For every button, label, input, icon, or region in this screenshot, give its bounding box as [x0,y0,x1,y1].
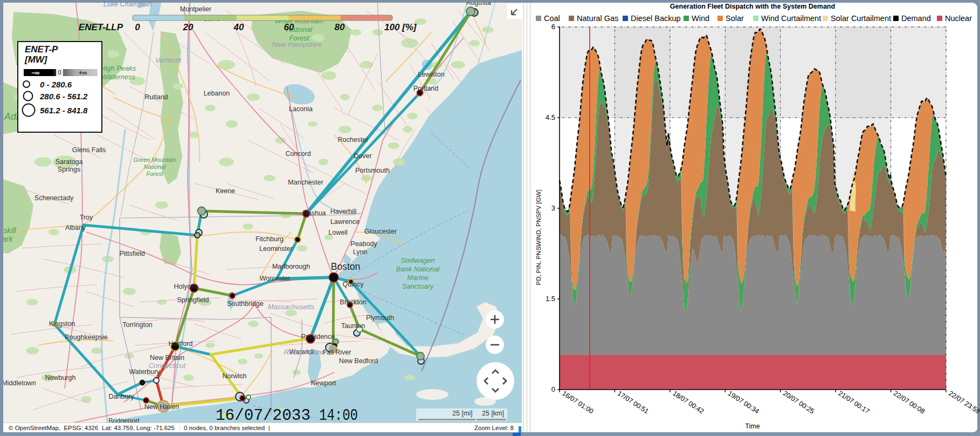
svg-text:22/07 00:08: 22/07 00:08 [892,390,926,415]
svg-text:Portland: Portland [413,85,439,92]
svg-text:4.5: 4.5 [546,113,555,121]
svg-text:16/07 01:00: 16/07 01:00 [561,390,595,415]
svg-text:Poughkeepsie: Poughkeepsie [65,333,107,341]
svg-text:Marlborough: Marlborough [272,263,310,270]
svg-text:Brockton: Brockton [340,298,366,306]
svg-text:Pittsfield: Pittsfield [119,250,144,257]
svg-text:Demand: Demand [901,14,931,23]
svg-text:3: 3 [551,204,555,212]
svg-text:PD, PIN, PNSWIND, PNSPV [GW]: PD, PIN, PNSWIND, PNSPV [GW] [535,190,542,285]
svg-text:Green Mountain: Green Mountain [134,156,176,163]
svg-text:Leominster: Leominster [259,245,293,253]
svg-text:Augusta: Augusta [466,3,491,6]
svg-text:Generation Fleet Dispatch with: Generation Fleet Dispatch with the Syste… [670,3,835,10]
svg-text:14:00: 14:00 [319,407,358,423]
svg-text:Laconia: Laconia [289,105,313,113]
svg-text:Providence: Providence [301,333,335,340]
svg-text:0: 0 [135,22,140,32]
svg-text:High Peaks: High Peaks [100,64,136,72]
svg-text:Manchester: Manchester [288,179,323,186]
svg-text:Lewiston: Lewiston [418,71,444,78]
svg-text:Stellwagen: Stellwagen [401,256,435,264]
svg-text:National: National [144,164,166,170]
svg-text:Dover: Dover [354,152,371,160]
svg-text:Springfield: Springfield [177,296,209,304]
svg-text:Sanctuary: Sanctuary [402,282,434,290]
svg-text:Kingston: Kingston [49,320,75,328]
svg-text:Marine: Marine [407,274,429,282]
svg-text:Peabody: Peabody [350,240,377,248]
svg-text:Worcester: Worcester [260,275,291,282]
svg-text:Gloucester: Gloucester [364,228,397,235]
svg-text:Wind: Wind [692,14,709,23]
svg-text:Springs: Springs [58,166,80,173]
svg-text:17/07 00:51: 17/07 00:51 [616,390,650,415]
svg-text:Lebanon: Lebanon [204,90,230,97]
svg-text:6: 6 [551,23,555,31]
svg-text:Lynn: Lynn [353,248,368,256]
svg-text:skill: skill [3,226,16,235]
svg-text:Luke Champlain: Luke Champlain [103,3,152,8]
svg-text:New Hampshire: New Hampshire [272,40,322,49]
svg-text:18/07 00:42: 18/07 00:42 [671,390,705,415]
svg-text:Montpelier: Montpelier [180,5,211,13]
svg-text:22/07 23:59: 22/07 23:59 [947,390,980,415]
svg-text:Quincy: Quincy [343,281,364,288]
svg-text:Schenectady: Schenectady [34,194,74,202]
svg-text:80: 80 [335,22,345,32]
svg-text:Boston: Boston [331,261,360,272]
svg-text:Saratoga: Saratoga [56,158,83,166]
svg-text:Rutland: Rutland [144,93,168,101]
svg-text:16/07/2033: 16/07/2033 [216,407,310,423]
svg-text:100 [%]: 100 [%] [384,22,417,32]
svg-text:Nashua: Nashua [302,209,326,217]
svg-text:Torrington: Torrington [122,321,153,329]
svg-text:Fitchburg: Fitchburg [256,235,284,243]
svg-text:Albany: Albany [65,224,86,231]
svg-text:Vermont: Vermont [155,56,182,64]
svg-text:Danbury: Danbury [108,393,134,400]
svg-text:1.5: 1.5 [546,295,555,303]
svg-text:Concord: Concord [285,150,310,158]
svg-text:Solar: Solar [726,14,744,23]
svg-text:Bridgeport: Bridgeport [108,417,140,423]
svg-text:Massachusetts: Massachusetts [268,303,315,311]
svg-text:20/07 00:25: 20/07 00:25 [782,390,816,415]
svg-text:New Britain: New Britain [150,354,184,362]
svg-text:Lowell: Lowell [328,229,347,236]
svg-text:Middletown: Middletown [3,379,36,387]
svg-text:Bank National: Bank National [396,265,440,273]
svg-text:Norwich: Norwich [222,372,246,380]
svg-text:19/07 00:34: 19/07 00:34 [727,390,761,415]
svg-text:Newport: Newport [311,379,336,387]
svg-text:New Haven: New Haven [144,403,180,411]
svg-text:Diesel Backup: Diesel Backup [631,14,681,23]
svg-text:Wilderness: Wilderness [101,73,136,81]
svg-text:ENET-LLP: ENET-LLP [79,22,123,32]
svg-text:New Bedford: New Bedford [339,357,378,365]
svg-text:Nuclear: Nuclear [945,14,972,23]
svg-text:Troy: Troy [80,214,93,221]
svg-text:Fall River: Fall River [323,349,351,356]
svg-text:ark: ark [3,235,13,243]
svg-text:Holyoke: Holyoke [174,283,198,290]
svg-text:Plymouth: Plymouth [366,314,394,322]
svg-text:Haverhill: Haverhill [330,208,357,215]
svg-text:Rochester: Rochester [338,136,369,144]
svg-text:Glens Falls: Glens Falls [72,146,106,154]
svg-text:Wind Curtailment: Wind Curtailment [761,14,821,23]
svg-text:Rhode Island: Rhode Island [284,348,326,356]
svg-text:Coal: Coal [544,14,560,23]
svg-text:60: 60 [284,22,294,32]
svg-text:Solar Curtailment: Solar Curtailment [831,14,891,23]
svg-text:Forest: Forest [146,171,163,177]
svg-text:20: 20 [183,22,194,32]
svg-text:Connecticut: Connecticut [149,362,187,370]
svg-text:21/07 00:17: 21/07 00:17 [837,390,871,415]
svg-text:Hartford: Hartford [168,340,192,348]
svg-text:Newburgh: Newburgh [45,374,76,382]
svg-text:Lawrence: Lawrence [330,218,360,226]
svg-text:0: 0 [551,385,555,393]
svg-text:Taunton: Taunton [341,322,365,330]
svg-text:Southbridge: Southbridge [227,300,263,308]
